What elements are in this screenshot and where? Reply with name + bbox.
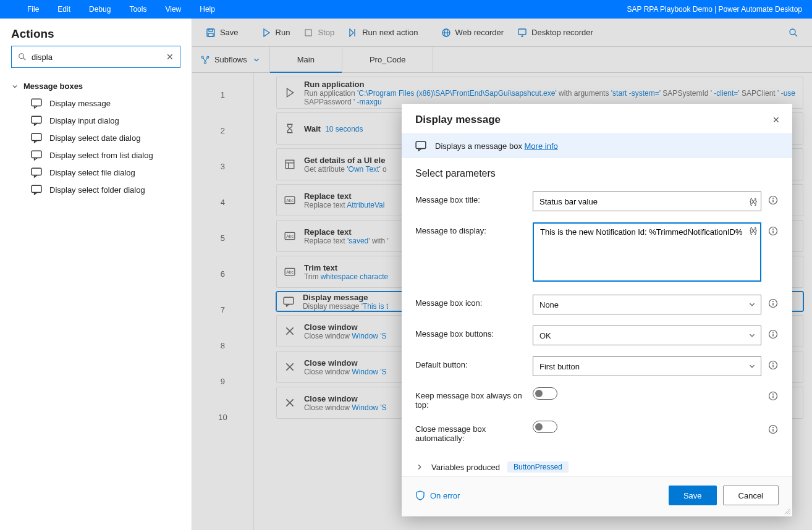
message-icon xyxy=(415,140,426,151)
actions-panel: Actions ✕ Message boxes Display messageD… xyxy=(0,19,192,530)
stop-icon xyxy=(303,28,313,38)
search-icon xyxy=(789,28,798,38)
menu-view[interactable]: View xyxy=(165,5,181,14)
stop-button[interactable]: Stop xyxy=(298,25,339,40)
auto-close-toggle[interactable] xyxy=(533,421,557,433)
tab-pro_code[interactable]: Pro_Code xyxy=(342,47,434,72)
message-icon xyxy=(31,115,42,126)
subflow-bar: Subflows MainPro_Code xyxy=(192,47,812,73)
step-icon xyxy=(284,230,295,242)
action-item[interactable]: Display select file dialog xyxy=(0,164,192,181)
variable-picker-icon[interactable]: {x} xyxy=(750,197,756,206)
menu-help[interactable]: Help xyxy=(200,5,215,14)
step-icon xyxy=(283,296,294,307)
label-title: Message box title: xyxy=(415,191,527,204)
step-icon xyxy=(284,159,295,170)
desktop-recorder-button[interactable]: Desktop recorder xyxy=(512,25,598,40)
step-icon xyxy=(284,397,295,408)
save-button[interactable]: Save xyxy=(669,486,717,505)
on-error-button[interactable]: On error xyxy=(415,490,460,500)
action-item[interactable]: Display select folder dialog xyxy=(0,181,192,198)
web-recorder-button[interactable]: Web recorder xyxy=(436,25,509,40)
info-icon[interactable] xyxy=(768,360,778,370)
step-number: 9 xyxy=(192,363,253,399)
step-icon xyxy=(348,28,358,38)
step-icon xyxy=(284,326,295,337)
action-item[interactable]: Display select date dialog xyxy=(0,129,192,146)
message-body-input[interactable]: This is the new Notification Id: %Trimme… xyxy=(533,222,761,282)
subflows-button[interactable]: Subflows xyxy=(192,47,270,72)
info-icon[interactable] xyxy=(768,298,778,308)
monitor-icon xyxy=(517,28,527,38)
action-item[interactable]: Display input dialog xyxy=(0,112,192,129)
info-icon[interactable] xyxy=(768,226,778,236)
label-msg: Message to display: xyxy=(415,222,527,235)
save-icon xyxy=(206,28,216,38)
toolbar: Save Run Stop Run next action Web record… xyxy=(192,19,812,47)
variable-chip[interactable]: ButtonPressed xyxy=(507,461,569,473)
step-number: 8 xyxy=(192,327,253,363)
label-defbtn: Default button: xyxy=(415,356,527,369)
cancel-button[interactable]: Cancel xyxy=(723,486,779,505)
menu-edit[interactable]: Edit xyxy=(57,5,70,14)
message-icon xyxy=(31,132,42,143)
buttons-select[interactable]: OK xyxy=(533,326,761,345)
message-icon xyxy=(31,167,42,178)
step-number: 10 xyxy=(192,399,253,435)
more-info-link[interactable]: More info xyxy=(525,141,558,151)
close-dialog-button[interactable]: ✕ xyxy=(772,115,780,125)
run-button[interactable]: Run xyxy=(256,25,295,40)
menu-tools[interactable]: Tools xyxy=(129,5,146,14)
dialog-info-bar: Displays a message box More info xyxy=(402,133,792,158)
variables-produced[interactable]: Variables produced ButtonPressed xyxy=(415,458,779,473)
search-flow-button[interactable] xyxy=(784,25,803,40)
category-message-boxes[interactable]: Message boxes xyxy=(0,75,192,95)
info-icon[interactable] xyxy=(768,195,778,205)
step-number: 2 xyxy=(192,112,253,148)
globe-icon xyxy=(441,28,451,38)
shield-icon xyxy=(415,490,425,500)
chevron-down-icon xyxy=(11,83,19,90)
save-button[interactable]: Save xyxy=(201,25,243,40)
actions-search[interactable]: ✕ xyxy=(11,46,180,68)
info-icon[interactable] xyxy=(768,391,778,401)
play-icon xyxy=(261,28,271,38)
label-icon: Message box icon: xyxy=(415,295,527,308)
tab-main[interactable]: Main xyxy=(270,47,342,72)
menu-file[interactable]: File xyxy=(27,5,39,14)
variable-picker-icon[interactable]: {x} xyxy=(750,226,756,235)
resize-grip-icon[interactable] xyxy=(784,508,791,515)
action-item[interactable]: Display select from list dialog xyxy=(0,146,192,164)
display-message-dialog: Display message ✕ Displays a message box… xyxy=(402,104,792,516)
chevron-down-icon xyxy=(252,56,261,64)
label-autoclose: Close message box automatically: xyxy=(415,421,527,443)
step-number: 6 xyxy=(192,256,253,292)
step-icon xyxy=(284,361,295,372)
step-number: 5 xyxy=(192,220,253,256)
step-icon xyxy=(284,87,295,98)
step-number: 7 xyxy=(192,292,253,327)
label-buttons: Message box buttons: xyxy=(415,326,527,339)
icon-select[interactable]: None xyxy=(533,295,761,314)
message-icon xyxy=(31,149,42,161)
info-icon[interactable] xyxy=(768,424,778,434)
dialog-title: Display message xyxy=(415,114,501,126)
menubar: FileEditDebugToolsViewHelp SAP RPA Playb… xyxy=(0,0,812,19)
info-icon[interactable] xyxy=(768,329,778,339)
search-icon xyxy=(18,53,27,61)
message-icon xyxy=(31,98,42,109)
action-item[interactable]: Display message xyxy=(0,95,192,112)
actions-search-input[interactable] xyxy=(32,53,166,62)
step-icon xyxy=(284,266,295,277)
section-title: Select parameters xyxy=(415,168,779,179)
message-title-input[interactable] xyxy=(533,191,761,211)
flow-icon xyxy=(201,56,209,64)
step-icon xyxy=(284,195,295,206)
step-number: 4 xyxy=(192,184,253,220)
run-next-button[interactable]: Run next action xyxy=(343,25,423,40)
step-number: 1 xyxy=(192,77,253,112)
clear-search-icon[interactable]: ✕ xyxy=(166,52,174,62)
menu-debug[interactable]: Debug xyxy=(89,5,111,14)
always-on-top-toggle[interactable] xyxy=(533,387,557,400)
default-button-select[interactable]: First button xyxy=(533,356,761,376)
